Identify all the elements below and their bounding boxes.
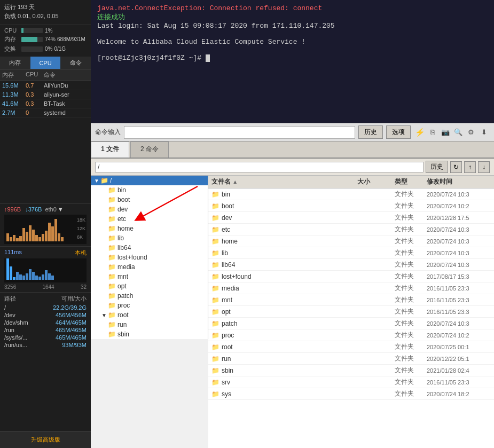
copy-icon[interactable]: ⎘ <box>427 127 438 138</box>
tab-mem[interactable]: 内存 <box>0 57 30 69</box>
path-bar: / 历史 ↻ ↑ ↓ <box>91 159 494 176</box>
cmd-label: 命令输入 <box>95 128 121 137</box>
upload-btn[interactable]: ↑ <box>464 161 476 173</box>
list-item[interactable]: 41.6M0.3BT-Task <box>0 99 91 108</box>
tree-row[interactable]: 📁boot <box>91 195 208 205</box>
tab-cmd[interactable]: 命令 <box>60 57 91 69</box>
table-row[interactable]: 📁 etc 文件夹 2020/07/24 10:3 <box>208 224 494 235</box>
settings-icon[interactable]: ⚙ <box>465 127 477 138</box>
file-date: 2020/07/24 10:3 <box>427 320 491 327</box>
table-row[interactable]: 📁 srv 文件夹 2016/11/05 23:3 <box>208 376 494 388</box>
table-row[interactable]: 📁 lost+found 文件夹 2017/08/17 15:3 <box>208 271 494 282</box>
tree-row[interactable]: 📁home <box>91 224 208 233</box>
file-type: 文件夹 <box>395 260 427 269</box>
sort-arrow: ▲ <box>232 179 238 185</box>
tree-row[interactable]: ▼📁root <box>91 310 208 320</box>
options-button[interactable]: 选项 <box>386 125 411 139</box>
terminal-line-1: java.net.ConnectException: Connection re… <box>97 4 488 12</box>
file-date: 2017/08/17 15:3 <box>427 273 491 280</box>
tree-item-name: proc <box>117 302 206 309</box>
refresh-btn[interactable]: ↻ <box>450 161 462 173</box>
tree-row[interactable]: 📁lost+found <box>91 253 208 262</box>
tree-row[interactable]: 📁media <box>91 262 208 272</box>
file-name-text: patch <box>222 320 237 327</box>
expand-icon: ▼ <box>93 178 100 184</box>
list-item[interactable]: 2.7M0systemd <box>0 108 91 117</box>
file-date: 2016/11/05 23:3 <box>427 379 491 386</box>
net-bar <box>6 233 9 241</box>
tree-row[interactable]: 📁patch <box>91 291 208 301</box>
tab-cpu[interactable]: CPU <box>30 57 61 69</box>
terminal-area[interactable]: java.net.ConnectException: Connection re… <box>91 0 494 123</box>
table-row[interactable]: 📁 bin 文件夹 2020/07/24 10:3 <box>208 188 494 200</box>
tree-row[interactable]: 📁dev <box>91 205 208 214</box>
screenshot-icon[interactable]: 📷 <box>440 127 451 138</box>
file-date: 2020/07/24 10:2 <box>427 332 491 339</box>
lightning-icon[interactable]: ⚡ <box>414 127 426 138</box>
history-button[interactable]: 历史 <box>358 125 383 139</box>
proc-cpu: 0 <box>26 109 44 116</box>
latency-bar-chart <box>4 258 87 280</box>
search-icon[interactable]: 🔍 <box>452 127 464 138</box>
tree-panel[interactable]: ▼📁/📁bin📁boot📁dev📁etc📁home📁lib📁lib64📁lost… <box>91 176 208 339</box>
tree-row[interactable]: 📁run <box>91 320 208 329</box>
net-up: ↑996B <box>4 206 21 213</box>
tree-row[interactable]: 📁sbin <box>91 329 208 339</box>
table-row[interactable]: 📁 lib64 文件夹 2020/07/24 10:3 <box>208 259 494 271</box>
tree-row[interactable]: 📁bin <box>91 185 208 195</box>
terminal-line-2: 连接成功 <box>97 12 488 22</box>
table-row[interactable]: 📁 proc 文件夹 2020/07/24 10:2 <box>208 329 494 341</box>
file-folder-icon: 📁 <box>211 285 219 292</box>
tree-item-name: mnt <box>117 273 206 280</box>
tree-item-name: boot <box>117 196 206 203</box>
list-item[interactable]: 11.3M0.3aliyun-ser <box>0 90 91 99</box>
metrics-section: CPU 1% 内存 74% 688M/931M 交换 0% 0/1G <box>0 25 91 57</box>
terminal-line-6 <box>97 46 488 54</box>
file-name: 📁 proc <box>211 332 357 339</box>
file-name: 📁 sys <box>211 390 357 398</box>
table-row[interactable]: 📁 sbin 文件夹 2021/01/28 02:4 <box>208 365 494 376</box>
list-item[interactable]: 15.6M0.7AliYunDu <box>0 81 91 90</box>
latency-bar <box>22 276 25 280</box>
table-row[interactable]: 📁 dev 文件夹 2020/12/28 17:5 <box>208 212 494 224</box>
table-row[interactable]: 📁 opt 文件夹 2016/11/05 23:3 <box>208 306 494 318</box>
tree-row[interactable]: 📁opt <box>91 281 208 291</box>
tree-row[interactable]: 📁lib <box>91 233 208 243</box>
swap-label: 交换 <box>4 45 19 53</box>
download-icon[interactable]: ⬇ <box>478 127 490 138</box>
table-row[interactable]: 📁 run 文件夹 2020/12/22 05:1 <box>208 353 494 365</box>
table-row[interactable]: 📁 patch 文件夹 2020/07/24 10:3 <box>208 318 494 329</box>
latency-bar <box>6 258 9 280</box>
table-row[interactable]: 📁 sys 文件夹 2020/07/24 18:2 <box>208 388 494 400</box>
file-name-text: home <box>222 238 238 245</box>
file-type: 文件夹 <box>395 331 427 340</box>
tree-row[interactable]: ▼📁/ <box>91 176 208 185</box>
table-row[interactable]: 📁 root 文件夹 2020/07/25 00:1 <box>208 341 494 353</box>
table-row[interactable]: 📁 boot 文件夹 2020/07/24 10:2 <box>208 200 494 212</box>
process-tabs: 内存 CPU 命令 <box>0 57 91 69</box>
proc-cpu: 0.3 <box>26 91 44 98</box>
process-table: 内存 CPU 命令 15.6M0.7AliYunDu11.3M0.3aliyun… <box>0 69 91 203</box>
tree-row[interactable]: 📁proc <box>91 301 208 310</box>
table-row[interactable]: 📁 lib 文件夹 2020/07/24 10:3 <box>208 247 494 259</box>
table-row[interactable]: 📁 home 文件夹 2020/07/24 10:3 <box>208 235 494 247</box>
tab-commands[interactable]: 2 命令 <box>130 142 169 158</box>
file-list-panel: 文件名 ▲ 大小 类型 修改时间 📁 bin 文件夹 2020/07/24 10… <box>208 176 494 448</box>
file-folder-icon: 📁 <box>211 202 219 210</box>
upgrade-button[interactable]: 升级高级版 <box>0 431 91 448</box>
cmd-input[interactable] <box>124 126 355 139</box>
net-bar <box>32 230 35 241</box>
table-row[interactable]: 📁 mnt 文件夹 2016/11/05 23:3 <box>208 294 494 306</box>
tab-files[interactable]: 1 文件 <box>91 142 129 158</box>
path-history-btn[interactable]: 历史 <box>426 161 448 173</box>
folder-icon: 📁 <box>108 273 116 280</box>
folder-icon: 📁 <box>108 244 116 251</box>
table-row[interactable]: 📁 media 文件夹 2016/11/05 23:3 <box>208 282 494 294</box>
net-dropdown-icon[interactable]: ▼ <box>58 206 64 213</box>
tree-row[interactable]: 📁etc <box>91 214 208 224</box>
file-name-text: proc <box>222 332 234 339</box>
nav-btn[interactable]: ↓ <box>478 161 490 173</box>
tree-row[interactable]: 📁mnt <box>91 272 208 281</box>
tree-row[interactable]: 📁lib64 <box>91 243 208 253</box>
disk-section: 路径 可用/大小 /22.2G/39.2G/dev456M/456M/dev/s… <box>0 293 91 431</box>
